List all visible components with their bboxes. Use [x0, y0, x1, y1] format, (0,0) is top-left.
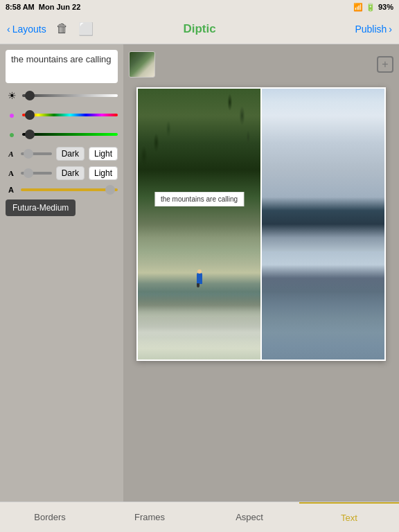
caption-overlay: the mountains are calling [154, 192, 244, 206]
nav-left: ‹ Layouts 🗑 ⬜ [7, 21, 94, 37]
green-slider-row: ● [6, 127, 118, 141]
snow-area [138, 292, 260, 360]
status-day: Mon Jun 22 [39, 3, 81, 11]
status-time: 8:58 AM [6, 3, 35, 11]
nav-bar: ‹ Layouts 🗑 ⬜ Diptic Publish › [0, 14, 399, 44]
status-left: 8:58 AM Mon Jun 22 [6, 3, 80, 11]
brightness-icon: ☀ [6, 90, 18, 101]
person-figure [197, 273, 202, 284]
font-style-row-2: A Dark Light [6, 166, 118, 180]
brightness-slider-row: ☀ [6, 89, 118, 103]
add-icon: + [382, 58, 388, 71]
font-name-button[interactable]: Futura-Medium [6, 200, 76, 216]
tab-aspect-label: Aspect [236, 512, 263, 522]
font-size-slider-2[interactable] [21, 172, 52, 175]
book-button[interactable]: ⬜ [78, 21, 94, 37]
back-label: Layouts [12, 24, 46, 35]
canvas-area: the mountains are calling [129, 85, 393, 496]
font-size-thumb-1[interactable] [24, 149, 33, 159]
caption-input[interactable] [6, 50, 118, 83]
color-icon: ● [6, 109, 18, 121]
photo-left[interactable]: the mountains are calling [138, 89, 262, 360]
title-rest: iptic [192, 22, 216, 35]
thumbnail-1[interactable] [129, 51, 155, 78]
caption-text: the mountains are calling [161, 195, 238, 203]
font-style-row-1: A Dark Light [6, 147, 118, 161]
app-title: Diptic [183, 22, 215, 36]
tab-borders-label: Borders [34, 512, 66, 522]
green-slider[interactable] [22, 133, 118, 136]
back-button[interactable]: ‹ Layouts [7, 24, 46, 35]
battery-percent: 93% [378, 3, 393, 11]
color-slider-row: ● [6, 108, 118, 122]
status-right: 📶 🔋 93% [353, 3, 393, 12]
font-bold-icon-2: A [6, 169, 17, 177]
add-photo-button[interactable]: + [377, 56, 393, 73]
collage-frame[interactable]: the mountains are calling [136, 87, 386, 361]
back-chevron-icon: ‹ [7, 24, 10, 35]
left-panel: ☀ ● ● A Dark Light [0, 44, 123, 502]
dark-button-1[interactable]: Dark [56, 147, 85, 161]
publish-arrow-icon: › [389, 24, 392, 35]
nav-right: Publish › [355, 24, 392, 35]
right-area: + the mountains are calling [123, 44, 399, 502]
lake-overlay [262, 251, 384, 360]
light-button-1[interactable]: Light [89, 147, 118, 161]
status-bar: 8:58 AM Mon Jun 22 📶 🔋 93% [0, 0, 399, 14]
tab-text[interactable]: Text [299, 502, 399, 532]
thumbnail-strip [129, 50, 155, 79]
tab-frames[interactable]: Frames [100, 502, 200, 532]
dark-button-2[interactable]: Dark [56, 166, 85, 180]
book-icon: ⬜ [78, 21, 94, 37]
battery-icon: 🔋 [366, 3, 375, 12]
color-slider[interactable] [22, 114, 118, 116]
brightness-slider[interactable] [22, 94, 118, 97]
green-icon: ● [6, 129, 18, 140]
font-size-slider-1[interactable] [21, 152, 52, 155]
font-size-thumb-2[interactable] [24, 168, 33, 178]
thumbnail-mountain-preview [130, 52, 154, 77]
font-size-slider-3[interactable] [21, 188, 118, 191]
wifi-icon: 📶 [353, 3, 363, 12]
color-thumb[interactable] [25, 110, 35, 120]
font-small-icon: A [6, 186, 17, 194]
light-button-2[interactable]: Light [89, 166, 118, 180]
font-italic-icon-1: A [6, 150, 17, 158]
tab-text-label: Text [341, 513, 357, 523]
tab-aspect[interactable]: Aspect [200, 502, 299, 532]
publish-label: Publish [355, 24, 387, 35]
main-area: ☀ ● ● A Dark Light [0, 44, 399, 502]
title-prefix: D [183, 22, 191, 35]
tab-borders[interactable]: Borders [0, 502, 100, 532]
thumbnail-strip-row: + [129, 50, 393, 79]
font-size-thumb-3[interactable] [105, 185, 115, 195]
brightness-thumb[interactable] [25, 91, 35, 100]
trash-icon: 🗑 [56, 21, 69, 36]
font-size-row-3: A [6, 186, 118, 194]
bottom-tab-bar: Borders Frames Aspect Text [0, 502, 399, 532]
publish-button[interactable]: Publish › [355, 24, 392, 35]
green-thumb[interactable] [25, 130, 35, 139]
photo-right[interactable] [262, 89, 384, 360]
delete-button[interactable]: 🗑 [56, 21, 69, 36]
tab-frames-label: Frames [134, 512, 165, 522]
